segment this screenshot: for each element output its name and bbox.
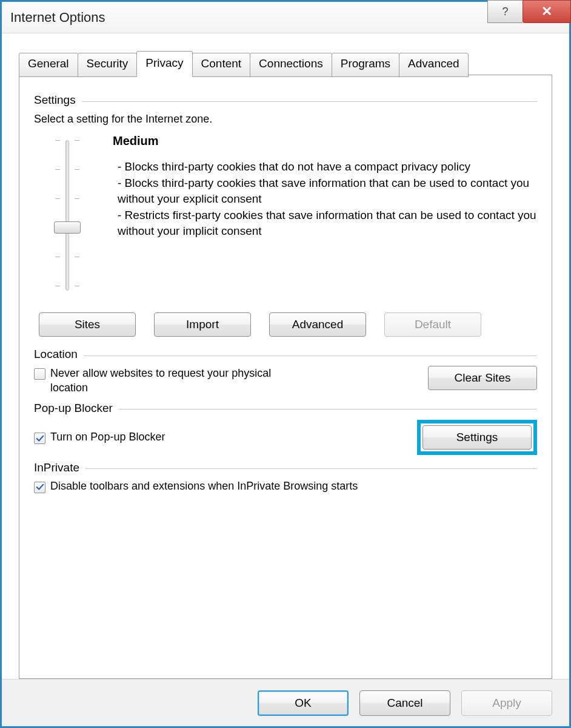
dialog-footer: OK Cancel Apply bbox=[2, 679, 569, 726]
inprivate-checkbox[interactable] bbox=[34, 482, 45, 493]
popup-group-header: Pop-up Blocker bbox=[34, 402, 537, 415]
help-button[interactable]: ? bbox=[487, 0, 523, 23]
location-group-header: Location bbox=[34, 348, 537, 361]
tab-connections[interactable]: Connections bbox=[250, 53, 332, 77]
privacy-level-slider[interactable] bbox=[54, 136, 81, 294]
location-checkbox-label: Never allow websites to request your phy… bbox=[50, 366, 311, 396]
checkmark-icon bbox=[36, 483, 44, 491]
divider bbox=[85, 468, 537, 469]
location-group-label: Location bbox=[34, 348, 78, 361]
content-area: General Security Privacy Content Connect… bbox=[2, 33, 569, 679]
slider-thumb[interactable] bbox=[54, 221, 81, 234]
settings-description: Select a setting for the Internet zone. bbox=[34, 113, 537, 126]
bullet: - Restricts first-party cookies that sav… bbox=[118, 207, 537, 240]
settings-button-highlight: Settings bbox=[417, 420, 537, 455]
slider-track bbox=[65, 140, 69, 291]
checkmark-icon bbox=[36, 434, 44, 443]
settings-group-label: Settings bbox=[34, 93, 76, 107]
tabstrip: General Security Privacy Content Connect… bbox=[19, 50, 552, 75]
import-button[interactable]: Import bbox=[154, 312, 251, 337]
divider bbox=[119, 409, 537, 410]
bullet: - Blocks third-party cookies that do not… bbox=[118, 159, 537, 175]
tab-privacy[interactable]: Privacy bbox=[136, 51, 192, 75]
popup-settings-button[interactable]: Settings bbox=[422, 425, 532, 450]
default-button: Default bbox=[384, 312, 481, 337]
internet-options-dialog: Internet Options ? ✕ General Security Pr… bbox=[0, 0, 571, 728]
tab-general[interactable]: General bbox=[19, 53, 78, 77]
privacy-tabpane: Settings Select a setting for the Intern… bbox=[19, 75, 552, 679]
divider bbox=[82, 101, 537, 102]
close-button[interactable]: ✕ bbox=[523, 0, 571, 23]
ok-button[interactable]: OK bbox=[258, 690, 349, 716]
location-checkbox[interactable] bbox=[34, 368, 45, 380]
divider bbox=[84, 356, 537, 356]
clear-sites-button[interactable]: Clear Sites bbox=[428, 366, 537, 390]
advanced-button[interactable]: Advanced bbox=[269, 312, 366, 337]
inprivate-group-label: InPrivate bbox=[34, 461, 79, 474]
popup-checkbox-label: Turn on Pop-up Blocker bbox=[50, 431, 165, 443]
sites-button[interactable]: Sites bbox=[39, 312, 136, 337]
tab-content[interactable]: Content bbox=[192, 53, 251, 77]
privacy-level-name: Medium bbox=[113, 134, 537, 148]
help-icon: ? bbox=[502, 5, 508, 18]
tab-security[interactable]: Security bbox=[78, 53, 138, 77]
apply-button: Apply bbox=[461, 690, 552, 716]
popup-checkbox[interactable] bbox=[34, 433, 45, 444]
privacy-level-description: - Blocks third-party cookies that do not… bbox=[118, 159, 537, 240]
inprivate-group-header: InPrivate bbox=[34, 461, 537, 474]
tab-advanced[interactable]: Advanced bbox=[399, 53, 469, 77]
inprivate-checkbox-label: Disable toolbars and extensions when InP… bbox=[50, 480, 358, 493]
popup-group-label: Pop-up Blocker bbox=[34, 402, 113, 415]
close-icon: ✕ bbox=[541, 4, 552, 19]
cancel-button[interactable]: Cancel bbox=[359, 690, 450, 716]
dialog-title: Internet Options bbox=[10, 10, 105, 25]
tab-programs[interactable]: Programs bbox=[332, 53, 399, 77]
bullet: - Blocks third-party cookies that save i… bbox=[118, 175, 537, 207]
titlebar: Internet Options ? ✕ bbox=[2, 2, 569, 33]
settings-group-header: Settings bbox=[34, 93, 537, 107]
